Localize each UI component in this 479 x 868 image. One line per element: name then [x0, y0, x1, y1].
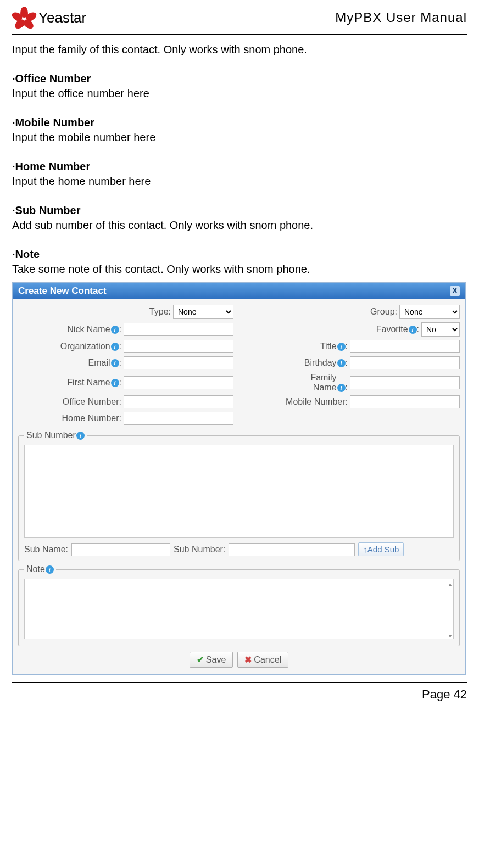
title-input[interactable] [350, 340, 460, 353]
info-icon: i [337, 359, 346, 367]
type-select[interactable]: None [173, 305, 233, 319]
firstname-label: First Namei: [67, 378, 121, 388]
save-button[interactable]: ✔ Save [190, 652, 233, 668]
page-header: Yeastar MyPBX User Manual [12, 5, 467, 35]
subnumber-label: Sub Number: [174, 545, 225, 555]
info-icon: i [76, 432, 85, 440]
birthday-input[interactable] [350, 356, 460, 369]
heading-note: ·Note [12, 248, 467, 261]
organization-label: Organizationi: [60, 341, 121, 351]
subname-input[interactable] [71, 543, 170, 556]
check-icon: ✔ [197, 654, 204, 665]
birthday-label: Birthdayi: [304, 358, 348, 368]
mobilenum-input[interactable] [350, 395, 460, 408]
add-sub-button[interactable]: ↑Add Sub [358, 542, 404, 556]
info-icon: i [409, 326, 417, 334]
cancel-button[interactable]: ✖ Cancel [237, 652, 288, 668]
favorite-select[interactable]: No [421, 322, 460, 337]
dialog-body: Type: None Group: None Nick Namei: [13, 299, 465, 674]
close-icon[interactable]: X [450, 286, 460, 296]
subname-label: Sub Name: [24, 545, 68, 555]
type-label: Type: [149, 307, 171, 317]
page-number: Page 42 [422, 687, 467, 701]
familyname-label: Family Namei: [304, 373, 348, 392]
nickname-input[interactable] [124, 323, 233, 336]
heading-home-number: ·Home Number [12, 160, 467, 173]
scroll-down-icon[interactable]: ▾ [449, 633, 452, 639]
info-icon: i [111, 343, 119, 351]
cancel-button-label: Cancel [254, 655, 281, 665]
heading-office-number: ·Office Number [12, 72, 467, 85]
manual-title: MyPBX User Manual [335, 10, 467, 25]
page-footer: Page 42 [12, 682, 467, 702]
subnumber-legend: Sub Numberi [24, 430, 87, 440]
dialog-titlebar: Create New Contact X [13, 283, 465, 299]
dialog-title: Create New Contact [18, 285, 107, 296]
info-icon: i [111, 379, 119, 387]
scroll-up-icon[interactable]: ▴ [449, 581, 452, 587]
email-label: Emaili: [88, 358, 121, 368]
yeastar-flower-icon [12, 5, 36, 30]
heading-mobile-number: ·Mobile Number [12, 116, 467, 129]
subnumber-fieldset: Sub Numberi Sub Name: Sub Number: ↑Add S… [18, 430, 460, 561]
note-fieldset: Notei ▴ ▾ [18, 564, 460, 646]
email-input[interactable] [124, 356, 233, 369]
intro-text: Input the family of this contact. Only w… [12, 41, 467, 58]
create-contact-dialog: Create New Contact X Type: None Group: N… [12, 282, 466, 675]
logo-text: Yeastar [38, 9, 86, 26]
save-button-label: Save [206, 655, 226, 665]
mobilenum-label: Mobile Number: [286, 397, 348, 407]
x-icon: ✖ [244, 654, 252, 665]
firstname-input[interactable] [124, 376, 233, 389]
heading-sub-number: ·Sub Number [12, 204, 467, 217]
nickname-label: Nick Namei: [67, 324, 121, 334]
note-textarea[interactable] [24, 579, 454, 639]
familyname-input[interactable] [350, 376, 460, 389]
homenum-label: Home Number: [62, 413, 121, 423]
info-icon: i [111, 326, 119, 334]
officenum-label: Office Number: [63, 397, 121, 407]
favorite-label: Favoritei: [376, 324, 419, 334]
text-office-number: Input the office number here [12, 85, 467, 102]
text-mobile-number: Input the mobile number here [12, 129, 467, 146]
text-sub-number: Add sub number of this contact. Only wor… [12, 217, 467, 234]
officenum-input[interactable] [124, 395, 233, 408]
group-select[interactable]: None [399, 305, 460, 319]
info-icon: i [337, 384, 346, 392]
subnumber-list [24, 445, 454, 538]
homenum-input[interactable] [124, 412, 233, 425]
info-icon: i [337, 343, 346, 351]
group-label: Group: [370, 307, 397, 317]
title-label: Titlei: [320, 341, 348, 351]
text-note: Take some note of this contact. Only wor… [12, 261, 467, 278]
note-legend: Notei [24, 564, 56, 574]
organization-input[interactable] [124, 340, 233, 353]
logo: Yeastar [12, 5, 86, 30]
info-icon: i [46, 565, 54, 574]
text-home-number: Input the home number here [12, 173, 467, 190]
subnumber-input[interactable] [229, 543, 355, 556]
info-icon: i [111, 359, 119, 367]
